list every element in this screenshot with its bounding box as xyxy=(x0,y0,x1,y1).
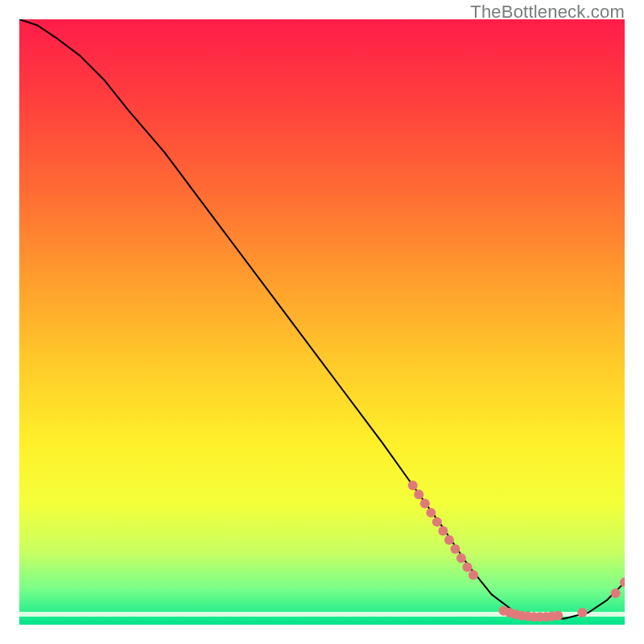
data-point xyxy=(462,563,472,572)
data-point xyxy=(469,570,478,580)
scatter-points xyxy=(408,481,625,621)
data-point xyxy=(414,489,423,499)
data-point xyxy=(450,544,460,554)
curve-line xyxy=(19,19,625,618)
plot-area xyxy=(19,19,625,625)
data-point xyxy=(420,499,430,509)
data-point xyxy=(438,526,448,535)
chart-container: TheBottleneck.com xyxy=(0,0,644,644)
data-point xyxy=(456,553,466,563)
data-point xyxy=(432,517,442,526)
data-point xyxy=(553,611,563,621)
data-point xyxy=(426,508,436,518)
data-point xyxy=(611,588,621,598)
data-point xyxy=(444,535,454,545)
data-point xyxy=(408,481,418,490)
data-point xyxy=(577,608,587,617)
chart-svg xyxy=(19,19,625,625)
curve-path xyxy=(19,19,625,618)
